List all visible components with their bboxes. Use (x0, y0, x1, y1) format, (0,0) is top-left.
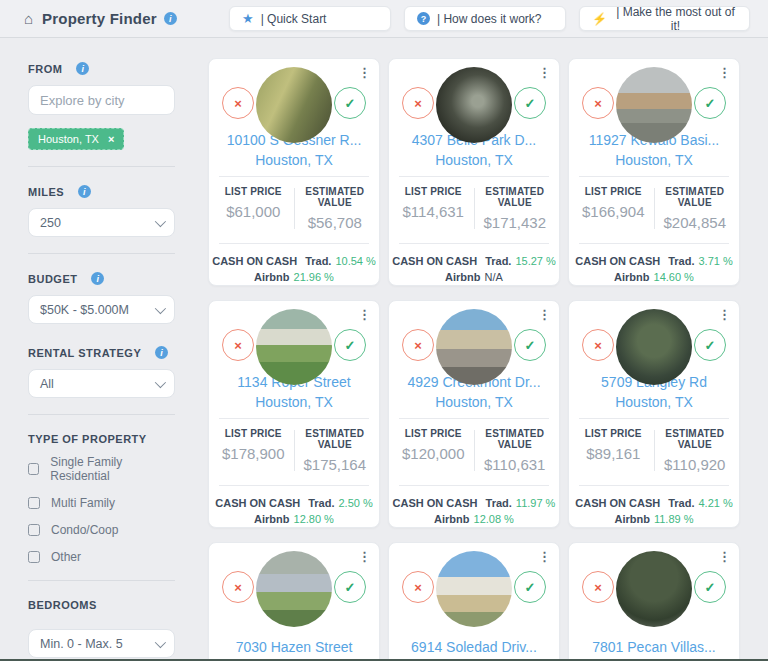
kebab-menu-icon[interactable]: ⋮ (538, 65, 551, 80)
accept-button[interactable]: ✓ (514, 329, 546, 361)
accept-button[interactable]: ✓ (334, 87, 366, 119)
checkbox[interactable] (28, 524, 40, 536)
checkbox-condo-coop[interactable]: Condo/Coop (28, 523, 175, 537)
property-photo[interactable] (616, 551, 692, 627)
property-city-link[interactable]: Houston, TX (209, 392, 379, 412)
info-icon[interactable]: i (164, 12, 177, 25)
property-photo[interactable] (256, 309, 332, 385)
bedrooms-label: BEDROOMS (28, 599, 175, 611)
info-icon[interactable]: i (91, 272, 104, 285)
property-photo[interactable] (256, 551, 332, 627)
kebab-menu-icon[interactable]: ⋮ (718, 307, 731, 322)
property-city-link[interactable]: Houston, TX (389, 392, 559, 412)
property-card: ⋮ × ✓ 7801 Pecan Villas... Houston, TX (568, 542, 740, 661)
reject-button[interactable]: × (402, 329, 434, 361)
reject-button[interactable]: × (582, 329, 614, 361)
checkbox-other[interactable]: Other (28, 550, 175, 564)
city-search-input[interactable] (28, 85, 175, 115)
property-photo[interactable] (436, 551, 512, 627)
city-tag-label: Houston, TX (38, 133, 99, 145)
kebab-menu-icon[interactable]: ⋮ (358, 307, 371, 322)
miles-select[interactable]: 250 (28, 208, 175, 237)
checkbox-label: Other (51, 550, 81, 564)
list-price-value: $114,631 (393, 203, 474, 220)
accept-button[interactable]: ✓ (334, 571, 366, 603)
reject-button[interactable]: × (222, 571, 254, 603)
close-icon: × (414, 338, 422, 353)
bedrooms-label-text: BEDROOMS (28, 599, 97, 611)
checkbox[interactable] (28, 463, 39, 475)
close-icon: × (414, 580, 422, 595)
reject-button[interactable]: × (582, 87, 614, 119)
reject-button[interactable]: × (402, 87, 434, 119)
property-address-link[interactable]: 7030 Hazen Street (209, 637, 379, 657)
estimated-value-value: $204,854 (655, 214, 736, 231)
info-icon[interactable]: i (155, 346, 168, 359)
property-city-link[interactable]: Houston, TX (569, 150, 739, 170)
airbnb-value: 21.96 % (294, 271, 334, 283)
estimated-value-value: $56,708 (295, 214, 376, 231)
accept-button[interactable]: ✓ (694, 329, 726, 361)
checkbox-single-family[interactable]: Single Family Residential (28, 455, 175, 483)
kebab-menu-icon[interactable]: ⋮ (358, 549, 371, 564)
checkbox-multi-family[interactable]: Multi Family (28, 496, 175, 510)
property-photo[interactable] (436, 67, 512, 143)
list-price-label: LIST PRICE (393, 186, 474, 197)
property-photo[interactable] (256, 67, 332, 143)
home-icon[interactable]: ⌂ (24, 10, 33, 27)
how-it-works-button[interactable]: ? | How does it work? (404, 6, 566, 31)
info-icon[interactable]: i (78, 185, 91, 198)
rental-strategy-select[interactable]: All (28, 369, 175, 398)
property-city-link[interactable]: Houston, TX (389, 150, 559, 170)
quick-start-button[interactable]: ★ | Quick Start (229, 6, 391, 31)
list-price-label: LIST PRICE (573, 428, 654, 439)
checkbox[interactable] (28, 497, 40, 509)
close-icon: × (234, 580, 242, 595)
kebab-menu-icon[interactable]: ⋮ (358, 65, 371, 80)
reject-button[interactable]: × (582, 571, 614, 603)
checkbox-label: Single Family Residential (50, 455, 175, 483)
kebab-menu-icon[interactable]: ⋮ (718, 65, 731, 80)
property-address-link[interactable]: 6914 Soledad Driv... (389, 637, 559, 657)
kebab-menu-icon[interactable]: ⋮ (718, 549, 731, 564)
close-icon[interactable]: × (108, 134, 114, 145)
kebab-menu-icon[interactable]: ⋮ (538, 307, 551, 322)
trad-label: Trad. (305, 255, 331, 267)
property-city-link[interactable]: Houston, TX (569, 392, 739, 412)
trad-label: Trad. (668, 255, 694, 267)
airbnb-value: 14.60 % (654, 271, 694, 283)
header: ⌂ Property Finder i ★ | Quick Start ? | … (0, 0, 768, 38)
reject-button[interactable]: × (222, 87, 254, 119)
property-photo[interactable] (436, 309, 512, 385)
budget-select[interactable]: $50K - $5.000M (28, 295, 175, 324)
reject-button[interactable]: × (402, 571, 434, 603)
trad-label: Trad. (485, 255, 511, 267)
check-icon: ✓ (345, 338, 356, 353)
trad-value: 10.54 % (335, 255, 375, 267)
trad-label: Trad. (486, 497, 512, 509)
reject-button[interactable]: × (222, 329, 254, 361)
list-price-value: $178,900 (213, 445, 294, 462)
accept-button[interactable]: ✓ (694, 571, 726, 603)
trad-label: Trad. (668, 497, 694, 509)
make-the-most-button[interactable]: ⚡ | Make the most out of it! (579, 6, 750, 31)
accept-button[interactable]: ✓ (694, 87, 726, 119)
property-photo[interactable] (616, 309, 692, 385)
accept-button[interactable]: ✓ (334, 329, 366, 361)
trad-value: 4.21 % (699, 497, 733, 509)
star-icon: ★ (242, 12, 254, 25)
info-icon[interactable]: i (76, 62, 89, 75)
property-photo[interactable] (616, 67, 692, 143)
bedrooms-select[interactable]: Min. 0 - Max. 5 (28, 629, 175, 658)
accept-button[interactable]: ✓ (514, 571, 546, 603)
checkbox[interactable] (28, 551, 40, 563)
city-tag[interactable]: Houston, TX × (28, 128, 124, 150)
kebab-menu-icon[interactable]: ⋮ (538, 549, 551, 564)
cash-on-cash-label: CASH ON CASH (575, 497, 660, 509)
property-city-link[interactable]: Houston, TX (209, 150, 379, 170)
property-grid: ⋮ × ✓ 10100 S Gessner R... Houston, TX L… (208, 58, 740, 661)
airbnb-label: Airbnb (434, 513, 469, 525)
property-address-link[interactable]: 7801 Pecan Villas... (569, 637, 739, 657)
cash-on-cash-label: CASH ON CASH (575, 255, 660, 267)
accept-button[interactable]: ✓ (514, 87, 546, 119)
